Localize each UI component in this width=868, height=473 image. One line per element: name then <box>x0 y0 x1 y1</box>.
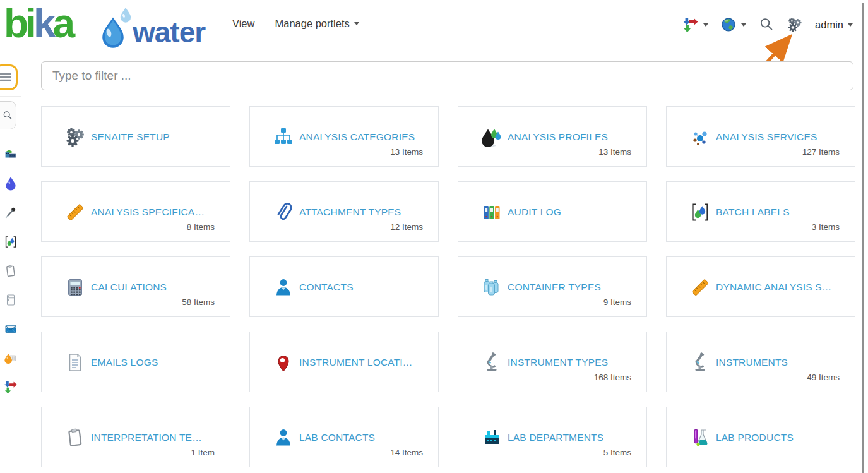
card-title: INTERPRETATION TE… <box>91 407 223 468</box>
search-button[interactable] <box>758 16 775 33</box>
search-icon <box>758 16 775 33</box>
flasks-icon <box>689 427 711 448</box>
chevron-down-icon <box>848 23 853 27</box>
card-title: AUDIT LOG <box>508 182 640 242</box>
scrollbar[interactable] <box>862 3 864 473</box>
ruler-icon <box>64 201 86 223</box>
card-contacts[interactable]: CONTACTS <box>249 256 439 317</box>
logo-water-text: water <box>133 15 205 49</box>
card-item-count: 12 Items <box>390 222 423 232</box>
card-item-count: 1 Item <box>191 448 215 457</box>
gears-icon <box>787 16 803 33</box>
paperclip-icon <box>273 201 294 223</box>
card-title: LAB PRODUCTS <box>716 407 848 468</box>
reference-drop-icon[interactable] <box>4 351 18 365</box>
card-item-count: 3 Items <box>812 222 840 232</box>
import-export-arrows-icon[interactable] <box>4 380 18 394</box>
card-title: LAB CONTACTS <box>299 407 432 468</box>
storage-fridge-icon[interactable] <box>4 293 18 307</box>
card-title: ANALYSIS PROFILES <box>508 107 640 167</box>
card-lab-departments[interactable]: LAB DEPARTMENTS5 Items <box>458 407 647 467</box>
cards-grid: SENAITE SETUPANALYSIS CATEGORIES13 Items… <box>41 106 855 467</box>
card-item-count: 13 Items <box>390 147 423 157</box>
card-title: CONTAINER TYPES <box>508 257 640 318</box>
batch-brackets-icon <box>689 201 711 223</box>
card-title: ANALYSIS SERVICES <box>716 107 848 167</box>
transfer-arrows-icon <box>682 16 699 33</box>
card-analysis-profiles[interactable]: ANALYSIS PROFILES13 Items <box>458 106 647 167</box>
clipboard-icon <box>64 427 86 448</box>
language-dropdown[interactable] <box>720 16 746 33</box>
card-lab-contacts[interactable]: LAB CONTACTS14 Items <box>249 407 439 467</box>
card-container-types[interactable]: CONTAINER TYPES9 Items <box>458 256 647 317</box>
sidebar-divider <box>0 136 21 136</box>
card-instrument-types[interactable]: INSTRUMENT TYPES168 Items <box>458 332 647 392</box>
sidebar-icons <box>0 148 21 394</box>
pipette-icon[interactable] <box>4 206 18 220</box>
card-instruments[interactable]: INSTRUMENTS49 Items <box>666 332 855 392</box>
card-title: ANALYSIS SPECIFICA… <box>91 182 223 242</box>
card-interpretation-te[interactable]: INTERPRETATION TE…1 Item <box>41 407 230 467</box>
card-item-count: 168 Items <box>594 373 631 382</box>
card-item-count: 13 Items <box>598 147 631 157</box>
filter-input[interactable] <box>41 61 853 90</box>
worksheets-clipboard-icon[interactable] <box>4 264 18 278</box>
chevron-down-icon <box>354 22 359 25</box>
document-icon <box>64 352 86 373</box>
sidebar-search-button[interactable] <box>0 101 16 129</box>
card-item-count: 8 Items <box>187 222 215 232</box>
card-item-count: 5 Items <box>603 448 631 457</box>
mail-envelope-icon[interactable] <box>4 322 18 336</box>
user-label: admin <box>815 19 843 31</box>
card-title: EMAILS LOGS <box>91 332 223 393</box>
molecule-icon <box>689 126 711 148</box>
card-item-count: 49 Items <box>807 373 840 382</box>
card-analysis-services[interactable]: ANALYSIS SERVICES127 Items <box>666 106 855 167</box>
card-dynamic-analysis-s[interactable]: DYNAMIC ANALYSIS S… <box>666 256 855 317</box>
card-item-count: 9 Items <box>603 297 631 307</box>
batch-brackets-icon[interactable] <box>4 235 18 249</box>
chevron-down-icon <box>703 23 708 27</box>
header: bika water View Manage portlets <box>0 0 868 54</box>
card-analysis-specifica[interactable]: ANALYSIS SPECIFICA…8 Items <box>41 181 230 242</box>
sample-drop-icon[interactable] <box>4 177 18 191</box>
card-title: LAB DEPARTMENTS <box>508 407 640 468</box>
water-drop-icon <box>100 6 133 51</box>
card-analysis-categories[interactable]: ANALYSIS CATEGORIES13 Items <box>249 106 439 167</box>
microscope-icon <box>481 352 502 373</box>
sidebar <box>0 54 21 473</box>
card-title: INSTRUMENTS <box>716 332 848 393</box>
ruler-icon <box>689 277 711 298</box>
card-senaite-setup[interactable]: SENAITE SETUP <box>41 106 230 167</box>
card-calculations[interactable]: CALCULATIONS58 Items <box>41 256 230 317</box>
logo[interactable]: bika water <box>0 0 215 54</box>
card-title: BATCH LABELS <box>716 182 848 242</box>
import-export-dropdown[interactable] <box>682 16 708 33</box>
card-title: ATTACHMENT TYPES <box>299 182 432 242</box>
drops-icon <box>481 126 502 148</box>
card-audit-log[interactable]: AUDIT LOG <box>458 181 647 242</box>
sidebar-toggle-button[interactable] <box>0 64 18 90</box>
clients-factory-icon[interactable] <box>4 148 18 162</box>
card-lab-products[interactable]: LAB PRODUCTS <box>666 407 855 467</box>
card-instrument-locati[interactable]: INSTRUMENT LOCATI… <box>249 332 439 392</box>
person-icon <box>273 277 294 298</box>
setup-gears-button[interactable] <box>787 16 803 33</box>
card-title: SENAITE SETUP <box>91 107 223 167</box>
card-title: INSTRUMENT TYPES <box>508 332 640 393</box>
nav-manage-portlets[interactable]: Manage portlets <box>275 18 359 30</box>
gears-icon <box>64 126 86 148</box>
card-batch-labels[interactable]: BATCH LABELS3 Items <box>666 181 855 242</box>
user-menu[interactable]: admin <box>815 19 853 31</box>
map-pin-icon <box>273 352 294 373</box>
nav-view[interactable]: View <box>232 18 254 30</box>
logo-bika-text: bika <box>4 1 72 45</box>
card-title: INSTRUMENT LOCATI… <box>299 332 432 393</box>
card-item-count: 14 Items <box>390 448 423 457</box>
microscope-icon <box>689 352 711 373</box>
sidebar-divider <box>0 96 21 97</box>
card-emails-logs[interactable]: EMAILS LOGS <box>41 332 230 392</box>
calculator-icon <box>64 277 86 298</box>
card-attachment-types[interactable]: ATTACHMENT TYPES12 Items <box>249 181 439 242</box>
org-chart-icon <box>273 126 294 148</box>
